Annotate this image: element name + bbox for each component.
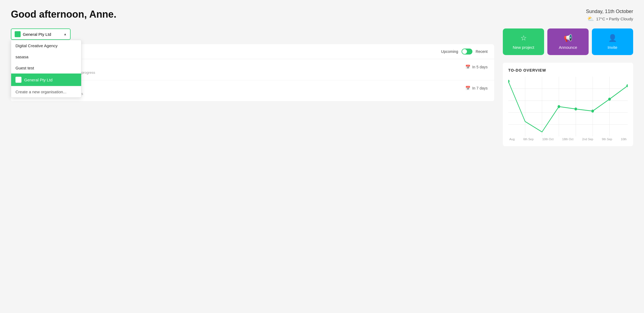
date-label: Sunday, 11th October (586, 9, 633, 14)
org-avatar (15, 31, 21, 37)
weather-info: ⛅ 17°C • Partly Cloudy (586, 15, 633, 22)
guest-test-label: Guest test (15, 66, 34, 70)
weather-block: Sunday, 11th October ⛅ 17°C • Partly Clo… (586, 9, 633, 22)
weather-text: 17°C • Partly Cloudy (596, 17, 633, 21)
left-panel: General Pty Ltd ▲ Digital Creative Agenc… (11, 28, 494, 146)
toggle-knob (462, 49, 467, 54)
x-label-6sep: 6th Sep (523, 138, 533, 141)
digital-creative-agency-label: Digital Creative Agency (15, 43, 58, 48)
greeting: Good afternoon, Anne. (11, 9, 116, 20)
new-project-label: New project (513, 45, 534, 50)
announce-button[interactable]: 📢 Announce (547, 28, 589, 55)
upcoming-label: Upcoming (441, 49, 458, 54)
announce-icon: 📢 (564, 34, 572, 42)
create-org-label: Create a new organisation... (15, 90, 67, 94)
calendar-icon: 📅 (465, 65, 471, 69)
create-org-item[interactable]: Create a new organisation... (11, 86, 81, 97)
toggle-bar: Upcoming Recent (11, 44, 494, 59)
chart-point-1 (508, 80, 510, 83)
announce-label: Announce (559, 45, 577, 50)
x-label-9sep: 9th Sep (602, 138, 612, 141)
todo-overview-title: TO-DO OVERVIEW (508, 68, 628, 72)
dropdown-item-general-pty-ltd[interactable]: General Pty Ltd (11, 74, 81, 86)
right-panel: ☆ New project 📢 Announce 👤 Invite TO-DO … (503, 28, 633, 146)
x-label-10oct: 10th Oct (542, 138, 554, 141)
new-project-button[interactable]: ☆ New project (503, 28, 544, 55)
current-org-label: General Pty Ltd (23, 32, 51, 37)
general-pty-ltd-label: General Pty Ltd (24, 78, 52, 82)
dropdown-item-guest-test[interactable]: Guest test (11, 62, 81, 74)
invite-icon: 👤 (608, 34, 617, 42)
org-selector-button[interactable]: General Pty Ltd ▲ (11, 28, 71, 40)
chart-point-5 (591, 110, 594, 113)
todo-chart-svg (508, 77, 628, 136)
task-row-2: Find venue Christmas Party • Planning In… (11, 80, 494, 101)
dropdown-item-digital-creative-agency[interactable]: Digital Creative Agency (11, 40, 81, 51)
invite-label: Invite (608, 45, 617, 50)
task-date: 📅 In 5 days (465, 65, 488, 69)
chevron-up-icon: ▲ (64, 32, 67, 36)
chart-point-4 (574, 107, 577, 110)
x-label-18oct: 18th Oct (562, 138, 574, 141)
sasasa-label: sasasa (15, 55, 29, 59)
upcoming-recent-toggle[interactable] (462, 49, 472, 55)
star-icon: ☆ (520, 34, 527, 42)
main-layout: General Pty Ltd ▲ Digital Creative Agenc… (11, 28, 633, 146)
x-axis-labels: Aug 6th Sep 10th Oct 18th Oct 2nd Sep 9t… (508, 138, 628, 141)
top-bar: Good afternoon, Anne. Sunday, 11th Octob… (11, 9, 633, 22)
todo-overview: TO-DO OVERVIEW (503, 63, 633, 146)
chart-point-3 (558, 105, 560, 108)
task-row: Meet with stakeholders Website Redesign … (11, 59, 494, 80)
chart-point-6 (608, 98, 611, 101)
x-label-aug: Aug (509, 138, 515, 141)
org-dropdown-menu: Digital Creative Agency sasasa Guest tes… (11, 40, 81, 98)
task-date-2: 📅 In 7 days (465, 86, 488, 91)
calendar-icon-2: 📅 (465, 86, 471, 91)
dropdown-item-sasasa[interactable]: sasasa (11, 51, 81, 62)
recent-label: Recent (476, 49, 488, 54)
action-buttons: ☆ New project 📢 Announce 👤 Invite (503, 28, 633, 55)
chart-container (508, 77, 628, 136)
task-date-text-2: In 7 days (472, 86, 488, 90)
task-date-text: In 5 days (472, 65, 488, 69)
weather-icon: ⛅ (587, 15, 594, 22)
content-area: Upcoming Recent Meet with stakeholders W… (11, 44, 494, 101)
x-label-2sep: 2nd Sep (582, 138, 593, 141)
x-label-10th: 10th (621, 138, 627, 141)
org-selector-wrapper: General Pty Ltd ▲ Digital Creative Agenc… (11, 28, 71, 40)
general-pty-ltd-avatar (15, 77, 21, 83)
invite-button[interactable]: 👤 Invite (592, 28, 633, 55)
